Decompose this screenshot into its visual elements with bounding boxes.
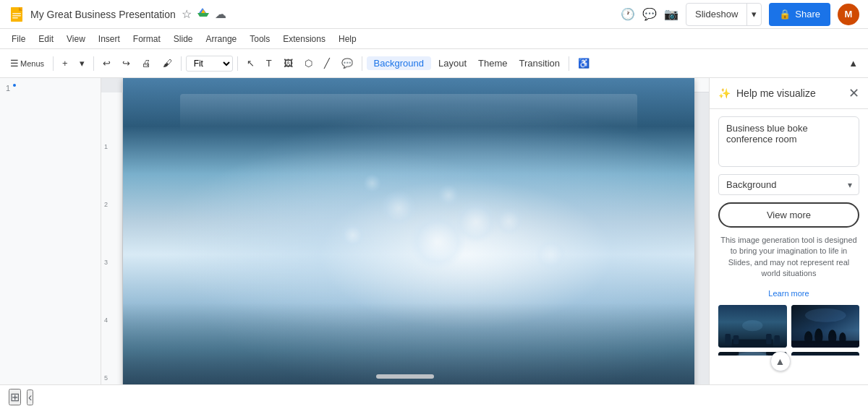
bokeh-8 [363, 174, 381, 192]
star-button[interactable]: ☆ [182, 7, 192, 21]
toolbar-sep-2 [93, 56, 94, 71]
toolbar-sep-4 [237, 56, 238, 71]
undo-button[interactable]: ↩ [98, 55, 115, 72]
menu-help[interactable]: Help [333, 33, 362, 46]
background-dropdown-row: Background Slide Section ▾ [718, 174, 859, 195]
disclaimer-text: This image generation tool is designed t… [718, 235, 859, 280]
image-button[interactable]: 🖼 [279, 55, 297, 72]
toolbar: ☰ Menus + ▾ ↩ ↪ 🖨 🖌 Fit 50% 75% 100% ↖ T… [0, 49, 868, 78]
generated-image-1[interactable] [718, 305, 787, 348]
theme-tab[interactable]: Theme [474, 55, 511, 72]
title-bar: My Great Business Presentation ☆ ☁ 🕐 💬 📷… [0, 0, 868, 29]
new-slide-button[interactable]: + [58, 55, 72, 72]
menus-button[interactable]: ☰ Menus [6, 55, 48, 72]
meet-button[interactable]: 📷 [664, 7, 678, 21]
comments-button[interactable]: 💬 [642, 7, 657, 21]
print-button[interactable]: 🖨 [137, 55, 156, 72]
line-button[interactable]: ╱ [320, 55, 334, 72]
slideshow-dropdown-button[interactable]: ▾ [746, 4, 761, 25]
svg-rect-13 [774, 335, 780, 343]
collapse-toolbar-button[interactable]: ▲ [844, 55, 862, 72]
bokeh-5 [340, 223, 365, 248]
ruler-left: 1 2 3 4 5 [101, 92, 123, 384]
menu-slide[interactable]: Slide [168, 33, 199, 46]
cloud-save-button[interactable]: ☁ [215, 7, 226, 21]
slideshow-main-button[interactable]: Slideshow [686, 9, 746, 20]
toolbar-sep-5 [362, 56, 362, 71]
svg-point-18 [839, 332, 846, 345]
svg-rect-4 [12, 13, 21, 14]
paint-format-button[interactable]: 🖌 [158, 55, 176, 72]
transition-tab[interactable]: Transition [514, 55, 564, 72]
cursor-button[interactable]: ↖ [242, 55, 259, 72]
menu-bar: File Edit View Insert Format Slide Arran… [0, 29, 868, 49]
svg-rect-12 [766, 334, 772, 344]
share-button[interactable]: 🔒 Share [769, 3, 830, 26]
menu-edit[interactable]: Edit [33, 33, 59, 46]
image-grid [718, 305, 859, 356]
history-button[interactable]: 🕐 [621, 7, 635, 21]
menu-format[interactable]: Format [127, 33, 166, 46]
bokeh-4 [495, 207, 524, 236]
slideshow-button-group: Slideshow ▾ [686, 3, 762, 26]
drive-icon-button[interactable] [197, 7, 209, 22]
zoom-select[interactable]: Fit 50% 75% 100% [186, 56, 233, 72]
right-panel: ✨ Help me visualize ✕ Business blue boke… [709, 78, 868, 384]
menu-view[interactable]: View [61, 33, 91, 46]
app-icon [9, 7, 25, 22]
learn-more-link[interactable]: Learn more [718, 289, 859, 298]
accessibility-button[interactable]: ♿ [574, 55, 594, 72]
textbox-button[interactable]: T [262, 55, 276, 72]
layout-tab[interactable]: Layout [434, 55, 471, 72]
view-more-button[interactable]: View more [718, 202, 859, 228]
table-overlay [123, 303, 694, 384]
svg-rect-6 [12, 17, 18, 19]
comment-button[interactable]: 💬 [337, 55, 357, 72]
panel-body: Business blue boke conference room Backg… [710, 109, 868, 356]
background-dropdown[interactable]: Background Slide Section [718, 174, 859, 195]
slide-background [123, 78, 694, 384]
bottom-left: ⊞ ‹ [9, 389, 33, 405]
slide-canvas[interactable] [123, 78, 694, 384]
redo-button[interactable]: ↪ [118, 55, 135, 72]
panel-close-button[interactable]: ✕ [848, 85, 859, 101]
panel-title-group: ✨ Help me visualize [718, 87, 816, 99]
magic-wand-icon: ✨ [718, 87, 731, 99]
bokeh-7 [535, 238, 567, 271]
lock-icon: 🔒 [779, 9, 791, 20]
toolbar-sep-1 [53, 56, 54, 71]
canvas-area: 1 2 3 4 5 6 7 8 9 1 2 3 4 5 [101, 78, 709, 384]
horizontal-scrollbar[interactable] [376, 374, 434, 379]
avatar[interactable]: M [838, 4, 859, 25]
menu-arrange[interactable]: Arrange [200, 33, 243, 46]
grid-view-button[interactable]: ⊞ [9, 389, 21, 405]
svg-point-20 [804, 308, 846, 322]
menu-tools[interactable]: Tools [244, 33, 276, 46]
generated-image-2[interactable] [791, 305, 860, 348]
visualize-input[interactable]: Business blue boke conference room [718, 116, 859, 167]
background-tab[interactable]: Background [367, 56, 431, 70]
svg-point-8 [742, 320, 762, 331]
scroll-up-button[interactable]: ▲ [770, 351, 791, 371]
toolbar-sep-3 [181, 56, 182, 71]
svg-point-17 [828, 330, 836, 345]
svg-point-15 [804, 331, 812, 345]
title-right: 🕐 💬 📷 Slideshow ▾ 🔒 Share M [621, 3, 859, 26]
image-2-inner [791, 305, 860, 348]
menu-insert[interactable]: Insert [93, 33, 126, 46]
menu-extensions[interactable]: Extensions [277, 33, 331, 46]
title-left: My Great Business Presentation ☆ ☁ [9, 7, 226, 22]
document-title: My Great Business Presentation [30, 9, 176, 20]
main-area: 1 1 2 3 4 5 6 7 8 9 1 2 3 4 5 [0, 78, 868, 384]
bokeh-6 [438, 184, 459, 206]
filmstrip-toggle-button[interactable]: ‹ [27, 389, 33, 405]
svg-rect-10 [725, 334, 731, 344]
new-slide-dropdown[interactable]: ▾ [75, 55, 89, 72]
svg-rect-11 [733, 335, 739, 343]
bokeh-3 [380, 190, 417, 226]
slide-thumbnail-1[interactable] [13, 84, 16, 87]
menu-file[interactable]: File [6, 33, 31, 46]
panel-title-text: Help me visualize [736, 87, 816, 99]
toolbar-sep-6 [569, 56, 569, 71]
shapes-button[interactable]: ⬡ [300, 55, 317, 72]
